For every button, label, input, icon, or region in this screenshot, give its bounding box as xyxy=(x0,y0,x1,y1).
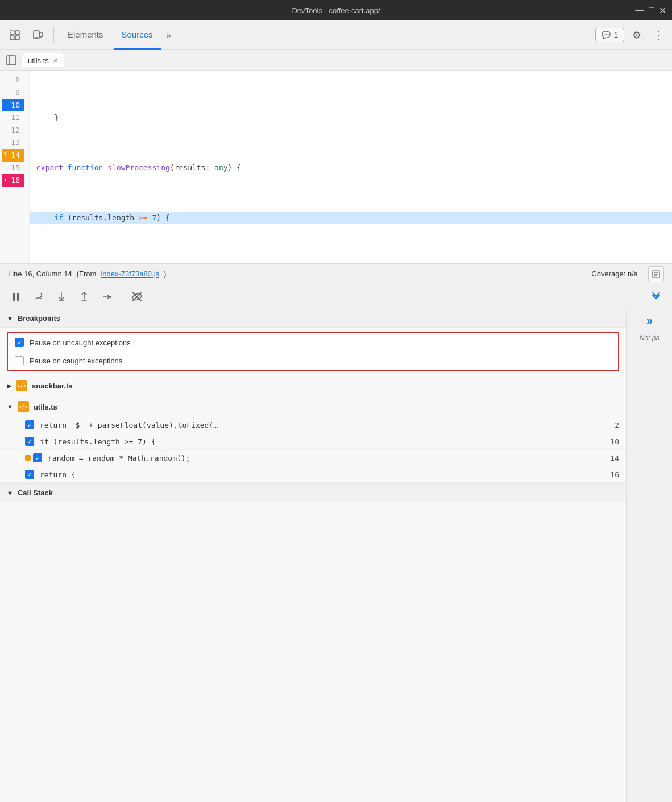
more-options-btn[interactable]: ⋮ xyxy=(649,26,667,44)
code-line-8: } xyxy=(30,111,672,124)
caught-exceptions-checkbox[interactable] xyxy=(15,356,24,365)
exceptions-box: ✓ Pause on uncaught exceptions Pause on … xyxy=(7,332,619,371)
step-into-btn[interactable] xyxy=(52,288,70,306)
sidebar-toggle-btn[interactable] xyxy=(3,52,19,68)
quick-open-btn[interactable] xyxy=(648,266,664,282)
line-numbers: 8 9 10 11 12 13 ? 14 15 • 16 xyxy=(0,71,30,263)
status-bar: Line 16, Column 14 (From index-73f73a80.… xyxy=(0,264,672,284)
code-editor[interactable]: 8 9 10 11 12 13 ? 14 15 • 16 xyxy=(0,71,672,264)
tab-elements[interactable]: Elements xyxy=(60,20,111,50)
breakpoints-arrow: ▼ xyxy=(7,315,13,322)
breakpoints-section-header[interactable]: ▼ Breakpoints xyxy=(0,309,626,328)
svg-rect-13 xyxy=(13,293,15,301)
bp-checkbox-line10[interactable]: ✓ xyxy=(25,437,34,446)
right-panel: » Not pa xyxy=(627,309,672,802)
code-lines: } export function slowProcessing (result… xyxy=(30,71,672,263)
inspect-icon xyxy=(9,30,20,41)
bp-checkbox-line14[interactable]: ✓ xyxy=(33,453,42,462)
bp-linenum-14: 14 xyxy=(610,454,619,462)
sidebar-toggle-icon xyxy=(6,55,16,65)
device-toggle-btn[interactable] xyxy=(27,25,48,46)
tab-sources[interactable]: Sources xyxy=(114,20,161,50)
line-num-15: 15 xyxy=(2,162,24,174)
debug-sep-1 xyxy=(122,290,122,304)
pause-btn[interactable] xyxy=(7,288,25,306)
minimize-btn[interactable]: — xyxy=(635,5,644,15)
notification-count: 1 xyxy=(614,31,618,39)
debug-more-btn[interactable] xyxy=(647,288,665,306)
breakpoints-label: Breakpoints xyxy=(18,314,60,323)
tab-separator-1 xyxy=(53,27,54,43)
file-section-utils-header[interactable]: ▼ </> utils.ts xyxy=(0,396,626,417)
svg-rect-2 xyxy=(10,36,14,40)
close-btn[interactable]: ✕ xyxy=(659,5,666,16)
bp-code-line16: return { xyxy=(40,470,76,479)
svg-rect-0 xyxy=(10,31,14,35)
bp-checkbox-line2[interactable]: ✓ xyxy=(25,420,34,429)
title-bar-text: DevTools - coffee-cart.app/ xyxy=(292,6,380,15)
uncaught-exceptions-row[interactable]: ✓ Pause on uncaught exceptions xyxy=(8,333,618,352)
file-tab-utils[interactable]: utils.ts × xyxy=(22,53,64,67)
line-num-12: 12 xyxy=(2,124,24,137)
svg-rect-1 xyxy=(15,31,19,35)
step-out-icon xyxy=(78,291,90,303)
step-btn[interactable] xyxy=(98,288,116,306)
callstack-header[interactable]: ▼ Call Stack xyxy=(0,483,626,502)
file-tab-close-btn[interactable]: × xyxy=(53,56,58,65)
file-section-snackbar-header[interactable]: ▶ </> snackbar.ts xyxy=(0,375,626,396)
maximize-btn[interactable]: □ xyxy=(649,5,654,15)
bp-item-line10[interactable]: ✓ if (results.length >= 7) { 10 xyxy=(0,433,626,450)
uncaught-exceptions-checkbox[interactable]: ✓ xyxy=(15,338,24,347)
bp-code-line14: random = random * Math.random(); xyxy=(48,454,190,462)
svg-rect-7 xyxy=(7,56,16,65)
line-num-8: 8 xyxy=(2,74,24,86)
bp-checkbox-line16[interactable]: ✓ xyxy=(25,470,34,479)
chat-icon: 💬 xyxy=(602,31,611,39)
file-section-snackbar: ▶ </> snackbar.ts xyxy=(0,375,626,396)
source-file-link[interactable]: index-73f73a80.js xyxy=(101,270,159,278)
from-label: (From xyxy=(77,270,97,278)
svg-rect-14 xyxy=(17,293,19,301)
right-panel-more-btn[interactable]: » xyxy=(646,314,653,327)
notification-btn[interactable]: 💬 1 xyxy=(595,28,624,42)
bp-linenum-10: 10 xyxy=(610,437,619,446)
code-line-9: export function slowProcessing (results:… xyxy=(30,162,672,174)
deactivate-bp-btn[interactable] xyxy=(128,288,146,306)
breakpoints-panel: ▼ Breakpoints ✓ Pause on uncaught except… xyxy=(0,309,627,802)
bp-code-line10: if (results.length >= 7) { xyxy=(40,437,156,446)
line-num-16: • 16 xyxy=(2,174,24,187)
bp-item-line16[interactable]: ✓ return { 16 xyxy=(0,466,626,483)
bp-item-line2[interactable]: ✓ return '$' + parseFloat(value).toFixed… xyxy=(0,417,626,433)
tab-bar-right: 💬 1 ⚙ ⋮ xyxy=(595,26,667,44)
snackbar-filename: snackbar.ts xyxy=(32,382,73,390)
snackbar-file-icon: </> xyxy=(16,380,27,391)
not-paused-text: Not pa xyxy=(635,332,664,344)
step-out-btn[interactable] xyxy=(75,288,93,306)
inspect-element-btn[interactable] xyxy=(5,25,25,46)
line-num-14: ? 14 xyxy=(2,149,24,162)
settings-btn[interactable]: ⚙ xyxy=(628,26,646,44)
line-num-10: 10 xyxy=(2,99,24,111)
debug-toolbar xyxy=(0,284,672,309)
code-scroll-area: 8 9 10 11 12 13 ? 14 15 • 16 xyxy=(0,71,672,263)
bp-item-line14[interactable]: ✓ random = random * Math.random(); 14 xyxy=(0,450,626,466)
line-col-label: Line 16, Column 14 xyxy=(8,270,72,278)
bottom-panel: ▼ Breakpoints ✓ Pause on uncaught except… xyxy=(0,309,672,802)
step-icon xyxy=(101,291,113,303)
debug-toolbar-right xyxy=(647,288,665,306)
line-num-9: 9 xyxy=(2,86,24,99)
debug-more-icon xyxy=(650,291,662,303)
bp-linenum-16: 16 xyxy=(610,470,619,479)
more-icon: ⋮ xyxy=(653,29,663,42)
caught-exceptions-row[interactable]: Pause on caught exceptions xyxy=(8,352,618,370)
code-scrollbar[interactable] xyxy=(0,263,672,264)
utils-arrow: ▼ xyxy=(7,403,13,410)
step-over-btn[interactable] xyxy=(30,288,48,306)
tab-more-btn[interactable]: » xyxy=(163,26,175,44)
code-line-10: if (results.length >= 7 ) { xyxy=(30,212,672,224)
file-tab-row: utils.ts × xyxy=(0,50,672,71)
quick-open-icon xyxy=(652,270,660,278)
coverage-label: Coverage: n/a xyxy=(591,270,638,278)
callstack-label: Call Stack xyxy=(18,489,53,497)
caught-exceptions-label: Pause on caught exceptions xyxy=(30,357,122,365)
